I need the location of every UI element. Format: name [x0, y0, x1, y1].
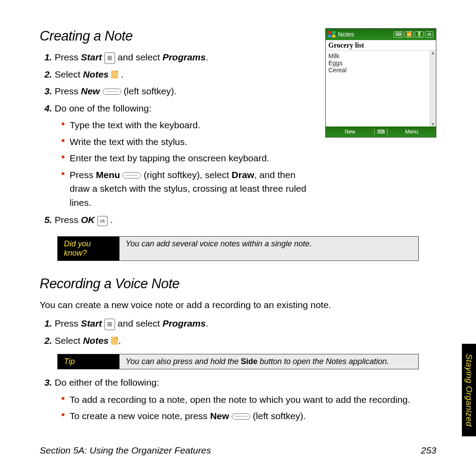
keyboard-icon: ⌨: [394, 31, 403, 37]
t: .: [206, 52, 208, 62]
callout-body: You can add several voice notes within a…: [119, 237, 418, 260]
windows-icon: [104, 52, 115, 64]
kw-programs: Programs: [163, 318, 206, 328]
callout-body: You can also press and hold the Side but…: [119, 354, 418, 369]
section2-intro: You can create a new voice note or add a…: [40, 298, 436, 312]
step3-sublist: To add a recording to a note, open the n…: [55, 393, 436, 423]
footer-section-label: Section 5A: Using the Organizer Features: [40, 445, 211, 456]
section1-steps: Press Start and select Programs. Select …: [40, 50, 317, 227]
ok-icon: [97, 216, 108, 226]
step-1: Press Start and select Programs.: [55, 50, 317, 65]
t: To create a new voice note, press: [70, 411, 210, 421]
page-number: 253: [421, 445, 436, 456]
kw-start: Start: [81, 52, 102, 62]
t: Press: [55, 86, 81, 96]
t: Do one of the following:: [55, 103, 151, 113]
t: Select: [55, 69, 83, 79]
list-item: Eggs: [328, 60, 427, 67]
kw-side: Side: [241, 357, 257, 366]
softkey-left: New: [326, 129, 374, 135]
kw-new: New: [210, 411, 229, 421]
kw-notes: Notes: [83, 335, 108, 346]
section1-title: Creating a Note: [40, 28, 317, 44]
t: .: [118, 69, 123, 79]
t: .: [206, 318, 208, 328]
windows-flag-icon: [328, 31, 335, 37]
t: Do either of the following:: [55, 377, 159, 387]
notes-icon: [111, 337, 118, 345]
section2-steps-cont: Do either of the following: To add a rec…: [40, 376, 436, 423]
kw-new: New: [81, 86, 100, 96]
softkey-mid-icon: ⌨: [374, 129, 387, 135]
side-tab-staying-organized: Staying Organized: [462, 344, 476, 436]
callout-did-you-know: Did you know? You can add several voice …: [57, 236, 419, 261]
section-creating-note: Creating a Note Press Start and select P…: [40, 28, 436, 230]
sub-a: Type the text with the keyboard.: [70, 118, 317, 132]
softkey-icon: [123, 172, 141, 178]
device-doc-lines: Milk Eggs Cereal: [326, 51, 430, 126]
softkey-icon: [103, 89, 121, 95]
step-5: Press OK .: [55, 213, 317, 227]
step-3: Do either of the following: To add a rec…: [55, 376, 436, 423]
step-4: Do one of the following: Type the text w…: [55, 101, 317, 210]
step4-sublist: Type the text with the keyboard. Write t…: [55, 118, 317, 209]
ok-button-icon: ok: [425, 31, 433, 37]
section2-steps: Press Start and select Programs. Select …: [40, 316, 436, 348]
manual-page: Creating a Note Press Start and select P…: [0, 0, 476, 476]
step-2: Select Notes .: [55, 334, 436, 348]
list-item: Cereal: [328, 67, 427, 74]
kw-draw: Draw: [232, 170, 254, 180]
scrollbar: [430, 51, 436, 126]
sub-a: To add a recording to a note, open the n…: [70, 393, 436, 407]
sub-b: Write the text with the stylus.: [70, 135, 317, 149]
t: Press: [55, 215, 81, 225]
device-doc-body: Milk Eggs Cereal: [326, 51, 436, 126]
kw-menu: Menu: [96, 170, 120, 180]
t: You can also press and hold the: [126, 357, 241, 366]
list-item: Milk: [328, 52, 427, 60]
t: and select: [115, 52, 162, 62]
callout-tip: Tip You can also press and hold the Side…: [57, 354, 419, 369]
t: (right softkey), select: [141, 170, 231, 180]
t: button to open the Notes application.: [257, 357, 389, 366]
section1-text: Creating a Note Press Start and select P…: [40, 28, 317, 230]
signal-icon: 📶: [405, 31, 413, 37]
device-tray: ⌨ 📶 🔋 ok: [394, 31, 433, 37]
t: Select: [55, 335, 83, 346]
softkey-icon: [232, 413, 250, 420]
windows-icon: [104, 319, 115, 330]
sub-b: To create a new voice note, press New (l…: [70, 409, 436, 423]
callout-label: Tip: [58, 354, 119, 369]
t: and select: [115, 318, 162, 328]
step-2: Select Notes .: [55, 67, 317, 82]
kw-start: Start: [81, 318, 102, 328]
t: Press: [70, 170, 96, 180]
sub-c: Enter the text by tapping the onscreen k…: [70, 151, 317, 165]
notes-icon: [111, 71, 118, 78]
t: Press: [55, 52, 81, 62]
battery-icon: 🔋: [415, 31, 424, 37]
callout-label: Did you know?: [58, 237, 119, 260]
kw-ok: OK: [81, 215, 95, 225]
t: (left softkey).: [250, 411, 306, 421]
softkey-right: Menu: [387, 129, 436, 135]
t: (left softkey).: [121, 86, 177, 96]
device-screenshot: Notes ⌨ 📶 🔋 ok Grocery list Milk Eggs Ce…: [325, 28, 436, 138]
device-titlebar: Notes ⌨ 📶 🔋 ok: [326, 29, 436, 40]
step-3: Press New (left softkey).: [55, 84, 317, 99]
device-softkey-bar: New ⌨ Menu: [326, 126, 436, 137]
t: .: [108, 215, 113, 225]
device-doc-title: Grocery list: [326, 40, 436, 51]
kw-programs: Programs: [163, 52, 206, 62]
section2-title: Recording a Voice Note: [40, 276, 436, 292]
t: Press: [55, 318, 81, 328]
sub-d: Press Menu (right softkey), select Draw,…: [70, 168, 317, 210]
kw-notes: Notes: [83, 69, 108, 79]
step-1: Press Start and select Programs.: [55, 316, 436, 331]
device-app-title: Notes: [338, 31, 354, 38]
